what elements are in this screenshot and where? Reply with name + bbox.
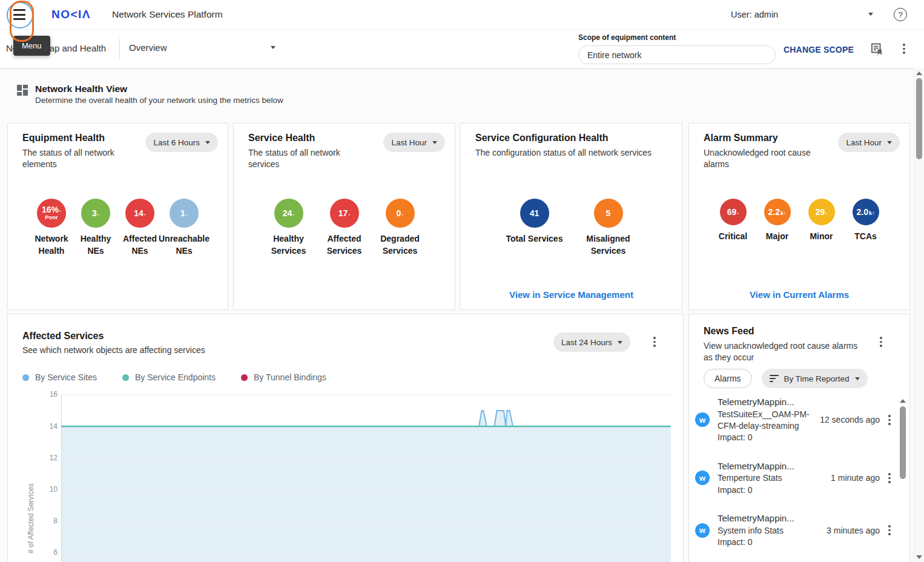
scroll-down-arrow-icon[interactable] (916, 555, 922, 559)
top-bar: NO<IΛ Network Services Platform User: ad… (0, 0, 924, 29)
y-tick: 6 (37, 548, 58, 557)
y-tick: 12 (37, 454, 58, 462)
feed-item-time: 1 minute ago (813, 473, 880, 483)
sort-dropdown[interactable]: By Time Reported (762, 369, 868, 388)
service-config-health-card: Service Configuration Health The configu… (460, 123, 682, 310)
metric-misaligned-services[interactable]: 5 Misaligned Services (572, 199, 645, 257)
scroll-up-arrow-icon[interactable] (916, 71, 922, 75)
main-scrollbar[interactable] (914, 68, 924, 562)
y-tick: 16 (37, 390, 58, 398)
feed-item-kebab-icon[interactable] (888, 525, 891, 535)
section-title: Network Health View (35, 84, 127, 94)
news-feed-subtitle: View unacknowledged root cause alarms as… (704, 340, 868, 363)
dashboard-grid-icon (17, 85, 28, 98)
metric-critical-alarms[interactable]: 69- Critical (711, 199, 755, 243)
feed-item-impact: Impact: 0 (718, 537, 813, 548)
service-period-dropdown[interactable]: Last Hour (383, 133, 445, 152)
legend-by-service-sites[interactable]: By Service Sites (22, 372, 97, 382)
affected-services-title: Affected Services (22, 331, 104, 342)
metric-minor-alarms[interactable]: 29- Minor (799, 199, 843, 243)
alarm-summary-card: Alarm Summary Unacknowledged root cause … (688, 123, 910, 310)
metric-unreachable-nes[interactable]: 1- Unreachable NEs (162, 199, 206, 257)
app-title: Network Services Platform (112, 9, 223, 20)
view-selector-dropdown[interactable]: Overview (129, 42, 276, 53)
feed-item-name: TestSuiteEx__OAM-PM-CFM-delay-streaming (718, 409, 813, 432)
feed-item-impact: Impact: 0 (718, 432, 813, 443)
card-subtitle: Unacknowledged root cause alarms (704, 147, 816, 170)
warning-avatar-icon: w (695, 523, 710, 538)
dropdown-caret-icon (887, 141, 892, 144)
feed-item-kebab-icon[interactable] (888, 473, 891, 483)
metric-network-health[interactable]: 16%- Poor Network Health (30, 199, 74, 257)
feed-item-time: 12 seconds ago (813, 415, 880, 425)
feed-item-time: 3 minutes ago (813, 526, 880, 535)
legend-by-service-endpoints[interactable]: By Service Endpoints (122, 372, 216, 382)
metric-total-services[interactable]: 41 Total Services (498, 199, 572, 257)
equipment-health-card: Equipment Health The status of all netwo… (7, 123, 228, 310)
news-feed-scrollbar[interactable] (899, 399, 906, 562)
nokia-logo: NO<IΛ (51, 8, 91, 21)
help-icon[interactable]: ? (894, 8, 907, 21)
news-feed-list: w TelemetryMappin... TestSuiteEx__OAM-PM… (695, 396, 895, 548)
legend-dot (122, 374, 129, 381)
metric-healthy-nes[interactable]: 3- Healthy NEs (74, 199, 118, 257)
report-bookmark-icon[interactable] (870, 42, 883, 58)
affected-period-dropdown[interactable]: Last 24 Hours (553, 332, 630, 352)
news-feed-title: News Feed (704, 326, 754, 337)
alarms-filter-pill[interactable]: Alarms (704, 369, 752, 388)
view-in-current-alarms-link[interactable]: View in Current Alarms (689, 289, 909, 300)
news-feed-card: News Feed View unacknowledged root cause… (688, 314, 910, 562)
card-subtitle: The status of all network elements (22, 147, 119, 170)
main-scrollbar-thumb[interactable] (916, 78, 922, 159)
card-title: Service Configuration Health (475, 133, 672, 144)
change-scope-button[interactable]: CHANGE SCOPE (784, 45, 854, 55)
metric-major-alarms[interactable]: 2.2k↑ Major (755, 199, 799, 243)
affected-kebab-menu-icon[interactable] (653, 337, 656, 347)
metric-tcas[interactable]: 2.0k↑ TCAs (843, 199, 888, 243)
legend-dot (241, 374, 248, 381)
chart-legend: By Service Sites By Service Endpoints By… (22, 372, 326, 382)
affected-services-subtitle: See which network objects are affecting … (22, 345, 205, 355)
service-health-card: Service Health The status of all network… (233, 123, 455, 310)
metric-healthy-services[interactable]: 24- Healthy Services (261, 199, 317, 257)
feed-item-impact: Impact: 0 (718, 484, 813, 496)
y-axis-label: # of Affected Services (27, 458, 35, 562)
card-title: Service Health (248, 133, 351, 144)
feed-item-title: TelemetryMappin... (718, 460, 813, 473)
metric-degraded-services[interactable]: 0- Degraded Services (372, 199, 428, 257)
affected-services-line-chart[interactable] (61, 391, 671, 562)
scroll-up-arrow-icon[interactable] (900, 399, 906, 403)
y-tick: 14 (37, 422, 58, 431)
news-feed-kebab-menu-icon[interactable] (880, 337, 882, 347)
legend-dot (22, 374, 29, 381)
dropdown-caret-icon (432, 141, 437, 144)
scope-label: Scope of equipment content (578, 33, 676, 42)
feed-item-title: TelemetryMappin... (718, 512, 813, 525)
feed-item-title: TelemetryMappin... (718, 396, 813, 409)
affected-services-card: Affected Services See which network obje… (7, 314, 684, 562)
feed-item[interactable]: w TelemetryMappin... TestSuiteEx__OAM-PM… (695, 396, 895, 444)
card-title: Equipment Health (22, 133, 125, 144)
scope-bar-kebab-menu-icon[interactable] (903, 44, 905, 54)
metric-affected-nes[interactable]: 14- Affected NEs (118, 199, 162, 257)
feed-item-kebab-icon[interactable] (888, 415, 891, 425)
scope-input[interactable] (578, 45, 776, 64)
news-feed-scrollbar-thumb[interactable] (900, 406, 906, 479)
alarm-period-dropdown[interactable]: Last Hour (838, 133, 900, 152)
user-menu-caret-icon[interactable] (868, 13, 873, 16)
view-in-service-management-link[interactable]: View in Service Management (461, 289, 682, 300)
hamburger-menu-icon[interactable] (13, 9, 25, 20)
user-menu-label[interactable]: User: admin (731, 10, 778, 19)
legend-by-tunnel-bindings[interactable]: By Tunnel Bindings (241, 372, 326, 382)
y-tick: 10 (37, 485, 58, 494)
dropdown-caret-icon (855, 377, 860, 380)
feed-item[interactable]: w TelemetryMappin... Temperture Stats Im… (695, 460, 895, 496)
metric-affected-services[interactable]: 17- Affected Services (317, 199, 372, 257)
card-subtitle: The configuration status of all network … (475, 147, 672, 159)
dropdown-caret-icon (205, 141, 210, 144)
card-subtitle: The status of all network services (248, 147, 345, 170)
nsp-dashboard: NO<IΛ Network Services Platform User: ad… (0, 0, 924, 562)
feed-item[interactable]: w TelemetryMappin... System info Stats I… (695, 512, 895, 548)
equipment-period-dropdown[interactable]: Last 6 Hours (145, 133, 218, 152)
view-selector-caret-icon (271, 46, 276, 49)
